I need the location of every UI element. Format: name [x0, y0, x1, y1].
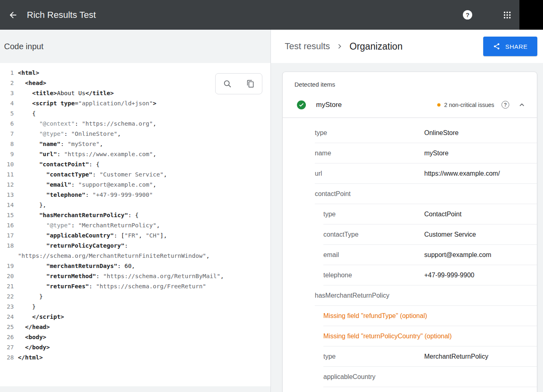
code-line: 25 </head> — [0, 322, 270, 332]
code-input-panel: Code input 1<html>2 <head>3 <title>About… — [0, 30, 271, 392]
code-line-content: "returnFees": "https://schema.org/FreeRe… — [14, 281, 206, 292]
detected-items-label: Detected items — [294, 81, 537, 88]
success-check-icon — [297, 100, 306, 110]
code-line-number: 22 — [0, 292, 14, 302]
warning-row: Missing field "returnPolicyCountry" (opt… — [323, 326, 537, 346]
code-line-content: </script> — [14, 312, 64, 322]
item-header-right: 2 non-critical issues ? — [437, 100, 526, 109]
property-value: https://www.example.com/ — [424, 170, 500, 177]
code-line-number: 9 — [0, 149, 14, 159]
code-line: 9 "url": "https://www.example.com", — [0, 149, 270, 159]
code-editor[interactable]: 1<html>2 <head>3 <title>About Us</title>… — [0, 63, 270, 386]
property-label: contactType — [323, 231, 358, 238]
code-line-number: 23 — [0, 302, 14, 312]
property-group-row: hasMerchantReturnPolicy — [315, 285, 537, 306]
code-line: 24 </script> — [0, 312, 270, 322]
code-line: 14 }, — [0, 200, 270, 210]
code-line-content: "returnMethod": "https://schema.org/Retu… — [14, 271, 224, 281]
code-line-content: { — [14, 109, 36, 119]
property-label: type — [315, 129, 327, 137]
code-line-content: </head> — [14, 322, 50, 332]
code-input-header: Code input — [0, 30, 270, 63]
property-label: contactPoint — [315, 190, 351, 198]
share-button[interactable]: SHARE — [483, 37, 537, 56]
property-label: name — [315, 150, 331, 157]
share-button-label: SHARE — [505, 43, 528, 50]
code-line-number: 17 — [0, 231, 14, 241]
code-line-number: 10 — [0, 159, 14, 170]
code-line-number: 1 — [0, 68, 14, 78]
collapse-button[interactable] — [517, 100, 526, 109]
code-line-content: </body> — [14, 342, 50, 353]
code-line-number: 11 — [0, 170, 14, 180]
code-line-number: 27 — [0, 342, 14, 353]
code-line: 10 "contactPoint": { — [0, 159, 270, 170]
code-line-number: 3 — [0, 88, 14, 98]
issues-count-label: 2 non-critical issues — [444, 102, 494, 108]
code-line-content: </html> — [14, 353, 43, 363]
property-value: Customer Service — [424, 231, 476, 238]
code-line-content: <title>About Us</title> — [14, 88, 114, 98]
property-label: url — [315, 170, 322, 177]
property-row: contactTypeCustomer Service — [323, 224, 537, 245]
property-label: telephone — [323, 272, 352, 279]
app-title: Rich Results Test — [27, 10, 96, 20]
code-line: 27 </body> — [0, 342, 270, 353]
property-value: myStore — [424, 150, 449, 157]
detected-item-header[interactable]: myStore 2 non-critical issues ? — [283, 92, 537, 118]
code-line-content: "merchantReturnDays": 60, — [14, 261, 135, 271]
code-line: 20 "returnMethod": "https://schema.org/R… — [0, 271, 270, 281]
code-line-number: 21 — [0, 281, 14, 292]
property-value: ContactPoint — [424, 211, 462, 218]
main-area: Code input 1<html>2 <head>3 <title>About… — [0, 30, 543, 392]
code-line: 18 "returnPolicyCategory": — [0, 241, 270, 251]
code-line: "https://schema.org/MerchantReturnFinite… — [0, 251, 270, 261]
property-value: support@example.com — [424, 251, 491, 259]
search-code-button[interactable] — [216, 74, 239, 94]
code-line-content: "telephone": "+47-99-999-9900" — [14, 190, 153, 200]
code-line-number: 5 — [0, 109, 14, 119]
warning-text: Missing field "returnPolicyCountry" (opt… — [323, 333, 451, 340]
property-label: type — [323, 211, 336, 218]
code-line-content: "@type": "OnlineStore", — [14, 129, 121, 139]
code-line: 19 "merchantReturnDays": 60, — [0, 261, 270, 271]
issues-help-icon[interactable]: ? — [502, 101, 509, 109]
property-group-row: applicableCountry — [323, 367, 537, 387]
code-line: 21 "returnFees": "https://schema.org/Fre… — [0, 281, 270, 292]
code-line: 23 } — [0, 302, 270, 312]
code-line: 12 "email": "support@example.com", — [0, 180, 270, 190]
code-line-number: 20 — [0, 271, 14, 281]
code-line: 5 { — [0, 109, 270, 119]
code-line-number: 12 — [0, 180, 14, 190]
breadcrumb-separator-icon — [336, 42, 344, 50]
help-icon[interactable]: ? — [463, 10, 472, 20]
code-line-number: 4 — [0, 98, 14, 109]
code-line: 6 "@context": "https://schema.org", — [0, 119, 270, 129]
property-row: emailsupport@example.com — [323, 245, 537, 265]
code-line-number: 14 — [0, 200, 14, 210]
property-value: OnlineStore — [424, 129, 459, 137]
code-lines: 1<html>2 <head>3 <title>About Us</title>… — [0, 68, 270, 363]
code-input-title: Code input — [4, 42, 44, 51]
property-row: typeOnlineStore — [315, 123, 537, 143]
horizontal-scrollbar[interactable] — [0, 386, 270, 392]
code-line: 7 "@type": "OnlineStore", — [0, 129, 270, 139]
breadcrumb-test-results[interactable]: Test results — [285, 41, 330, 52]
property-value: MerchantReturnPolicy — [424, 353, 488, 360]
results-body: Detected items myStore 2 non-critical is… — [271, 63, 543, 392]
copy-code-button[interactable] — [239, 74, 262, 94]
code-line-number: 26 — [0, 332, 14, 342]
code-line-number: 28 — [0, 353, 14, 363]
code-line-number: 19 — [0, 261, 14, 271]
back-button[interactable] — [5, 7, 21, 23]
property-row: typeContactPoint — [323, 204, 537, 224]
apps-grid-button[interactable] — [504, 11, 511, 19]
code-line-number: 2 — [0, 78, 14, 88]
code-line-number: 7 — [0, 129, 14, 139]
results-panel: Test results Organization SHARE Detected… — [271, 30, 543, 392]
code-line: 15 "hasMerchantReturnPolicy": { — [0, 210, 270, 220]
code-line-content: "@context": "https://schema.org", — [14, 119, 157, 129]
code-toolbar — [215, 73, 262, 94]
code-line: 16 "@type": "MerchantReturnPolicy", — [0, 220, 270, 231]
search-icon — [223, 79, 232, 88]
